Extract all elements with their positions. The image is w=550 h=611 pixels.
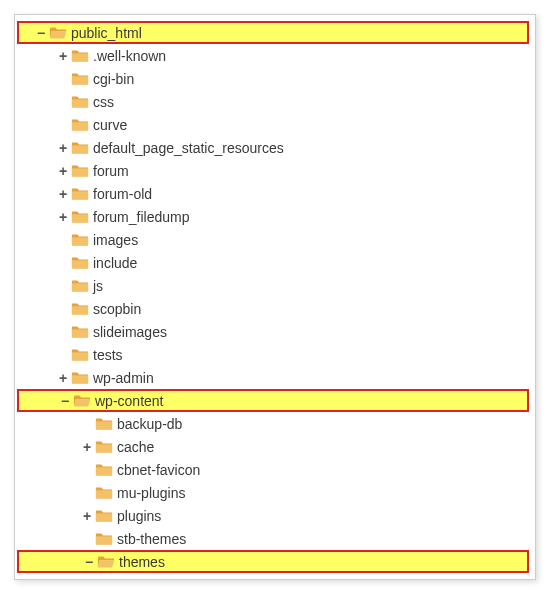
folder-icon <box>95 484 113 502</box>
folder-icon <box>71 139 89 157</box>
folder-label: cbnet-favicon <box>117 462 200 478</box>
tree-node[interactable]: cbnet-favicon <box>17 458 529 481</box>
folder-label: tests <box>93 347 123 363</box>
folder-icon <box>71 300 89 318</box>
folder-icon <box>71 346 89 364</box>
folder-open-icon <box>97 553 115 571</box>
folder-icon <box>71 208 89 226</box>
tree-node[interactable]: +wp-admin <box>17 366 529 389</box>
tree-node[interactable]: +forum-old <box>17 182 529 205</box>
expand-icon[interactable]: + <box>55 186 71 202</box>
folder-icon <box>71 116 89 134</box>
folder-label: public_html <box>71 25 142 41</box>
folder-label: backup-db <box>117 416 182 432</box>
expand-icon[interactable]: + <box>55 209 71 225</box>
folder-label: js <box>93 278 103 294</box>
folder-icon <box>95 461 113 479</box>
folder-label: stb-themes <box>117 531 186 547</box>
folder-icon <box>95 530 113 548</box>
tree-node[interactable]: slideimages <box>17 320 529 343</box>
folder-icon <box>71 185 89 203</box>
tree-node[interactable]: −public_html <box>17 21 529 44</box>
folder-icon <box>95 438 113 456</box>
expand-icon[interactable]: + <box>55 140 71 156</box>
folder-icon <box>71 254 89 272</box>
expand-icon[interactable]: + <box>55 370 71 386</box>
tree-node[interactable]: js <box>17 274 529 297</box>
folder-open-icon <box>49 24 67 42</box>
folder-label: .well-known <box>93 48 166 64</box>
tree-node[interactable]: backup-db <box>17 412 529 435</box>
tree-node[interactable]: css <box>17 90 529 113</box>
collapse-icon[interactable]: − <box>81 554 97 570</box>
tree-node[interactable]: images <box>17 228 529 251</box>
tree-node[interactable]: +cache <box>17 435 529 458</box>
folder-label: default_page_static_resources <box>93 140 284 156</box>
folder-icon <box>71 93 89 111</box>
folder-icon <box>71 162 89 180</box>
folder-label: forum_filedump <box>93 209 190 225</box>
folder-icon <box>71 70 89 88</box>
folder-label: plugins <box>117 508 161 524</box>
tree-node[interactable]: +forum_filedump <box>17 205 529 228</box>
folder-label: images <box>93 232 138 248</box>
folder-label: cache <box>117 439 154 455</box>
tree-node[interactable]: curve <box>17 113 529 136</box>
tree-node[interactable]: mu-plugins <box>17 481 529 504</box>
folder-label: curve <box>93 117 127 133</box>
tree-node[interactable]: stb-themes <box>17 527 529 550</box>
folder-icon <box>71 277 89 295</box>
folder-open-icon <box>73 392 91 410</box>
folder-icon <box>71 47 89 65</box>
collapse-icon[interactable]: − <box>57 393 73 409</box>
tree-node[interactable]: −themes <box>17 550 529 573</box>
folder-label: css <box>93 94 114 110</box>
folder-icon <box>71 231 89 249</box>
folder-icon <box>95 507 113 525</box>
folder-icon <box>71 369 89 387</box>
folder-icon <box>95 415 113 433</box>
folder-label: slideimages <box>93 324 167 340</box>
folder-icon <box>71 323 89 341</box>
folder-label: themes <box>119 554 165 570</box>
tree-node[interactable]: tests <box>17 343 529 366</box>
folder-tree-panel: −public_html+.well-knowncgi-bincsscurve+… <box>14 14 536 580</box>
folder-label: include <box>93 255 137 271</box>
tree-node[interactable]: +plugins <box>17 504 529 527</box>
tree-node[interactable]: cgi-bin <box>17 67 529 90</box>
expand-icon[interactable]: + <box>55 48 71 64</box>
tree-node[interactable]: scopbin <box>17 297 529 320</box>
folder-label: forum <box>93 163 129 179</box>
tree-node[interactable]: +default_page_static_resources <box>17 136 529 159</box>
folder-label: mu-plugins <box>117 485 185 501</box>
collapse-icon[interactable]: − <box>33 25 49 41</box>
folder-label: scopbin <box>93 301 141 317</box>
tree-node[interactable]: +.well-known <box>17 44 529 67</box>
folder-label: wp-content <box>95 393 163 409</box>
expand-icon[interactable]: + <box>79 508 95 524</box>
tree-node[interactable]: −wp-content <box>17 389 529 412</box>
expand-icon[interactable]: + <box>79 439 95 455</box>
expand-icon[interactable]: + <box>55 163 71 179</box>
tree-node[interactable]: include <box>17 251 529 274</box>
folder-label: cgi-bin <box>93 71 134 87</box>
folder-label: forum-old <box>93 186 152 202</box>
tree-node[interactable]: +forum <box>17 159 529 182</box>
folder-label: wp-admin <box>93 370 154 386</box>
